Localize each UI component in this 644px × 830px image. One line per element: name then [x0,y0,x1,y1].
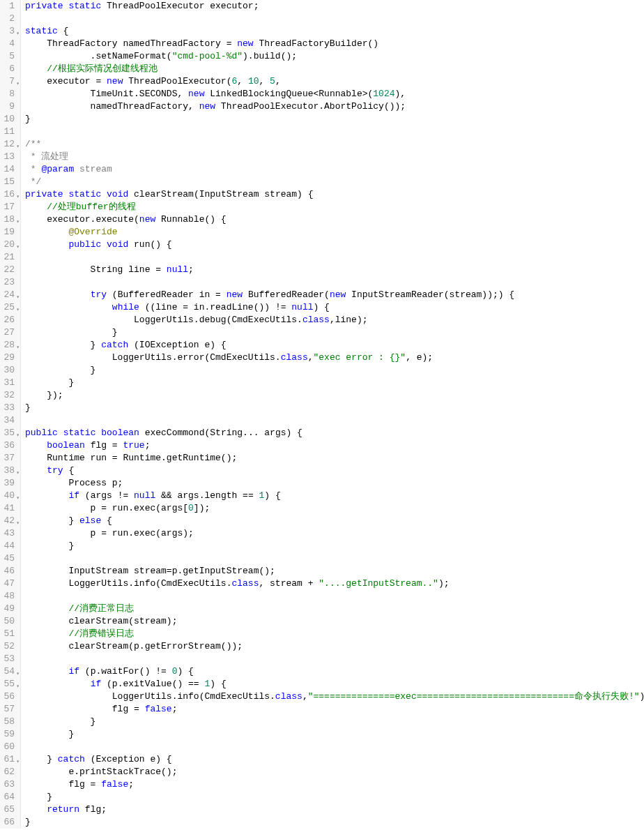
code-line[interactable]: .setNameFormat("cmd-pool-%d").build(); [25,50,644,63]
code-line[interactable]: } [25,326,644,339]
code-line[interactable]: @Override [25,226,644,239]
code-line[interactable]: clearStream(stream); [25,615,644,628]
code-line[interactable]: Process p; [25,477,644,490]
code-line[interactable] [25,741,644,753]
token-id: Runtime run = Runtime.getRuntime(); [25,453,237,463]
code-line[interactable] [25,552,644,565]
code-line[interactable]: flg = false; [25,703,644,716]
code-line[interactable]: LoggerUtils.error(CmdExecUtils.class,"ex… [25,352,644,364]
code-line[interactable]: p = run.exec(args); [25,527,644,540]
code-line[interactable]: private static void clearStream(InputStr… [25,188,644,201]
code-line[interactable]: e.printStackTrace(); [25,766,644,778]
code-line[interactable]: executor.execute(new Runnable() { [25,213,644,226]
fold-icon[interactable]: ▾ [16,492,20,504]
code-line[interactable]: * 流处理 [25,151,644,163]
code-line[interactable]: //消费错误日志 [25,628,644,640]
code-line[interactable]: return flg; [25,803,644,816]
token-kw: private [25,1,63,11]
code-line[interactable]: LoggerUtils.info(CmdExecUtils.class,"===… [25,691,644,703]
code-line[interactable] [25,251,644,264]
code-line[interactable]: } else { [25,515,644,527]
fold-icon[interactable]: ▾ [16,291,20,303]
code-line[interactable]: private static ThreadPoolExecutor execut… [25,0,644,13]
code-line[interactable]: } [25,716,644,728]
code-line[interactable]: Runtime run = Runtime.getRuntime(); [25,452,644,465]
code-line[interactable]: //消费正常日志 [25,603,644,615]
code-line[interactable]: public void run() { [25,239,644,251]
code-line[interactable]: try (BufferedReader in = new BufferedRea… [25,289,644,301]
code-line[interactable]: } [25,728,644,741]
code-line[interactable]: if (args != null && args.length == 1) { [25,490,644,502]
token-kw: new [139,214,155,225]
fold-icon[interactable]: ▾ [16,241,20,253]
line-number: 38▾ [3,465,15,477]
fold-icon[interactable]: ▾ [16,755,20,768]
fold-icon[interactable]: ▾ [16,303,20,316]
token-kw: private [25,189,63,199]
code-line[interactable]: if (p.waitFor() != 0) { [25,665,644,678]
code-line[interactable]: /** [25,138,644,151]
code-line[interactable]: } [25,377,644,389]
token-id: execCommond(String... args) { [139,428,302,438]
code-line[interactable]: public static boolean execCommond(String… [25,427,644,439]
fold-icon[interactable]: ▾ [16,667,20,680]
code-line[interactable]: static { [25,25,644,38]
code-line[interactable] [25,13,644,25]
token-num: 0 [188,503,194,513]
code-line[interactable]: p = run.exec(args[0]); [25,502,644,515]
code-line[interactable]: LoggerUtils.debug(CmdExecUtils.class,lin… [25,314,644,326]
code-line[interactable]: } [25,113,644,126]
fold-icon[interactable]: ▾ [16,77,20,90]
fold-icon[interactable]: ▾ [16,140,20,153]
fold-icon[interactable]: ▾ [16,429,20,442]
fold-icon[interactable]: ▾ [16,341,20,354]
code-line[interactable] [25,276,644,289]
code-line[interactable]: //处理buffer的线程 [25,201,644,213]
code-line[interactable]: //根据实际情况创建线程池 [25,63,644,75]
fold-icon[interactable]: ▾ [16,190,20,203]
code-line[interactable]: }); [25,389,644,402]
code-line[interactable]: } [25,816,644,829]
line-number: 55▾ [3,678,15,691]
code-line[interactable]: } catch (IOException e) { [25,339,644,352]
code-line[interactable]: InputStream stream=p.getInputStream(); [25,565,644,578]
code-line[interactable]: ThreadFactory namedThreadFactory = new T… [25,38,644,50]
code-line[interactable]: namedThreadFactory, new ThreadPoolExecut… [25,100,644,113]
token-id: InputStream stream=p.getInputStream(); [25,566,275,576]
code-line[interactable]: } [25,364,644,377]
code-line[interactable]: String line = null; [25,264,644,276]
fold-icon[interactable]: ▾ [16,27,20,40]
code-line[interactable]: * @param stream [25,163,644,176]
code-line[interactable] [25,653,644,665]
code-line[interactable]: } [25,402,644,414]
token-id [25,440,47,451]
code-line[interactable] [25,590,644,603]
token-kw: new [188,89,204,99]
line-number: 66 [3,816,15,829]
fold-icon[interactable]: ▾ [16,680,20,693]
token-id: && args.length == [155,490,259,501]
code-line[interactable]: TimeUnit.SECONDS, new LinkedBlockingQueu… [25,88,644,100]
code-line[interactable]: while ((line = in.readLine()) != null) { [25,301,644,314]
code-line[interactable]: } [25,540,644,552]
line-number: 45 [3,552,15,565]
code-line[interactable]: if (p.exitValue() == 1) { [25,678,644,691]
fold-icon[interactable]: ▾ [16,517,20,529]
token-kw: class [302,315,330,325]
code-area[interactable]: private static ThreadPoolExecutor execut… [21,0,644,829]
code-line[interactable]: try { [25,465,644,477]
token-id: } [25,377,74,388]
code-line[interactable]: } [25,791,644,803]
fold-icon[interactable]: ▾ [16,467,20,479]
code-line[interactable]: boolean flg = true; [25,439,644,452]
code-line[interactable]: } catch (Exception e) { [25,753,644,766]
code-line[interactable] [25,126,644,138]
fold-icon[interactable]: ▾ [16,216,20,228]
code-line[interactable]: executor = new ThreadPoolExecutor(6, 10,… [25,75,644,88]
code-line[interactable]: clearStream(p.getErrorStream()); [25,640,644,653]
code-line[interactable]: flg = false; [25,778,644,791]
code-line[interactable]: */ [25,176,644,188]
code-line[interactable]: LoggerUtils.info(CmdExecUtils.class, str… [25,578,644,590]
code-line[interactable] [25,414,644,427]
token-id: p = run.exec(args); [25,528,194,538]
